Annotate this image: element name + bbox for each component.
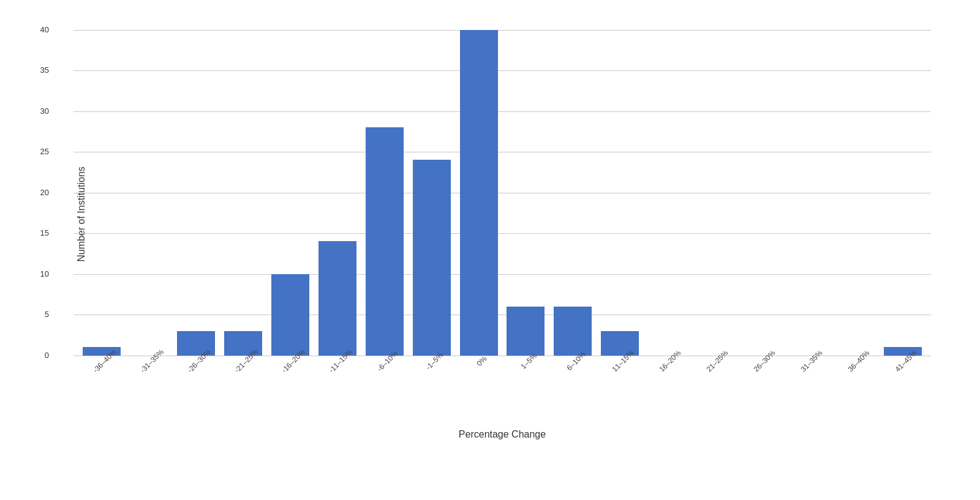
y-tick-label: 35 — [40, 66, 49, 74]
x-label-item: -6–10% — [362, 356, 407, 398]
y-tick-label: 15 — [40, 229, 49, 237]
x-label-item: 0% — [456, 356, 501, 398]
x-label-item: -16–20% — [268, 356, 313, 398]
bar-group — [221, 30, 266, 356]
bar — [271, 274, 309, 356]
x-label-item: 36–40% — [833, 356, 878, 398]
y-tick-label: 0 — [45, 351, 49, 359]
bar-group — [551, 30, 595, 356]
bar-group — [786, 30, 831, 356]
y-tick-label: 40 — [40, 26, 49, 34]
x-label-item: 26–30% — [739, 356, 783, 398]
x-label-item: 16–20% — [645, 356, 690, 398]
bar-group — [362, 30, 407, 356]
x-label-item: 41–45% — [880, 356, 925, 398]
x-axis-title: Percentage Change — [74, 429, 931, 440]
x-label-item: 11–15% — [598, 356, 643, 398]
bar-group — [409, 30, 454, 356]
x-label-item: -11–15% — [315, 356, 360, 398]
y-tick-label: 25 — [40, 147, 49, 155]
x-label-item: -1–5% — [409, 356, 454, 398]
bar — [318, 241, 356, 355]
y-tick-label: 30 — [40, 107, 49, 115]
bar-group — [80, 30, 124, 356]
bars-wrapper — [74, 30, 931, 356]
bar-group — [315, 30, 360, 356]
x-label-item: -31–35% — [127, 356, 172, 398]
chart-area: Number of Institutions 0510152025303540 … — [74, 30, 931, 398]
bar — [413, 160, 451, 355]
bar-group — [503, 30, 548, 356]
bar-group — [127, 30, 172, 356]
bar-group — [739, 30, 783, 356]
plot-area: 0510152025303540 — [74, 30, 931, 356]
bar — [460, 30, 498, 356]
bar-group — [833, 30, 878, 356]
bar — [366, 127, 404, 355]
x-label-item: 6–10% — [551, 356, 595, 398]
bar — [554, 307, 592, 356]
x-label-item: 31–35% — [786, 356, 831, 398]
bar-group — [174, 30, 219, 356]
y-tick-label: 10 — [40, 270, 49, 278]
y-tick-label: 5 — [45, 310, 49, 318]
bar-group — [692, 30, 737, 356]
bar-group — [598, 30, 643, 356]
x-label-item: -36–40% — [80, 356, 124, 398]
x-label-item: 1–5% — [503, 356, 548, 398]
bar — [507, 307, 545, 356]
x-label-item: -26–30% — [174, 356, 219, 398]
bar-group — [268, 30, 313, 356]
x-label-item: 21–25% — [692, 356, 737, 398]
x-label-item: -21–25% — [221, 356, 266, 398]
chart-container: Number of Institutions 0510152025303540 … — [24, 12, 956, 489]
y-tick-label: 20 — [40, 188, 49, 196]
bar — [601, 331, 639, 356]
bar-group — [645, 30, 690, 356]
x-label-text: 0% — [475, 354, 488, 367]
bar-group — [456, 30, 501, 356]
x-axis-labels-container: -36–40%-31–35%-26–30%-21–25%-16–20%-11–1… — [74, 356, 931, 398]
bar-group — [880, 30, 925, 356]
